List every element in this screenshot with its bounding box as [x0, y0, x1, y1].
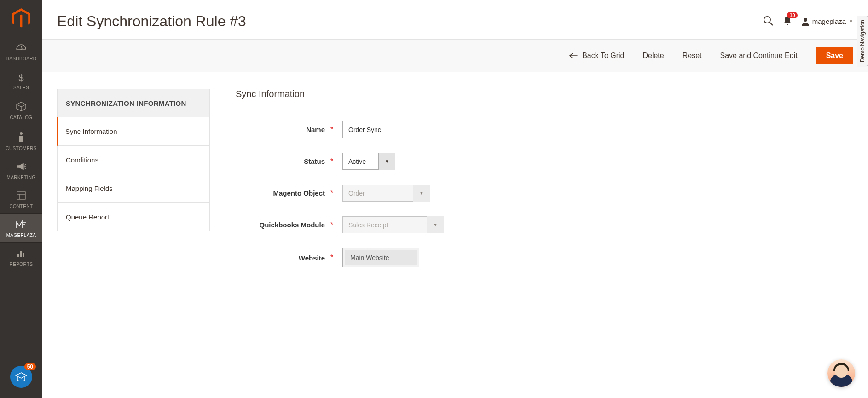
required-marker: * — [330, 189, 336, 197]
quickbooks-module-select: Sales Receipt — [342, 216, 444, 233]
reset-label: Reset — [683, 52, 702, 60]
user-menu[interactable]: mageplaza ▼ — [801, 17, 853, 26]
delete-button[interactable]: Delete — [642, 52, 664, 60]
save-continue-button[interactable]: Save and Continue Edit — [720, 52, 798, 60]
username: mageplaza — [812, 17, 846, 25]
delete-label: Delete — [642, 52, 664, 60]
search-button[interactable] — [763, 15, 774, 28]
magento-logo-icon — [12, 8, 30, 29]
reset-button[interactable]: Reset — [683, 52, 702, 60]
side-tabs-header: SYNCHRONIZATION INFORMATION — [57, 89, 210, 117]
back-label: Back To Grid — [582, 52, 624, 60]
nav-catalog[interactable]: CATALOG — [0, 95, 42, 125]
chevron-down-icon: ▼ — [849, 19, 853, 24]
user-icon — [801, 17, 810, 26]
demo-navigation-tab[interactable]: Demo Navigation — [857, 16, 868, 66]
tab-mapping-fields[interactable]: Mapping Fields — [57, 174, 210, 203]
action-bar: Back To Grid Delete Reset Save and Conti… — [42, 39, 868, 72]
field-row-magento-object: Magento Object * Order — [236, 185, 853, 202]
reports-icon — [2, 249, 41, 260]
website-option: Main Website — [345, 250, 417, 265]
admin-sidebar: DASHBOARD $ SALES CATALOG CUSTOMERS MARK… — [0, 0, 42, 300]
back-to-grid-button[interactable]: Back To Grid — [569, 52, 624, 60]
content-area: SYNCHRONIZATION INFORMATION Sync Informa… — [42, 72, 868, 300]
quickbooks-module-label: Quickbooks Module — [236, 221, 328, 229]
nav-label: CUSTOMERS — [2, 146, 41, 151]
magento-object-label: Magento Object — [236, 189, 328, 197]
section-title: Sync Information — [236, 89, 853, 108]
save-continue-label: Save and Continue Edit — [720, 52, 798, 60]
nav-dashboard[interactable]: DASHBOARD — [0, 37, 42, 66]
nav-label: CATALOG — [2, 115, 41, 120]
side-tabs: SYNCHRONIZATION INFORMATION Sync Informa… — [57, 89, 210, 231]
page-header: Edit Synchronization Rule #3 10 mageplaz… — [42, 0, 868, 39]
nav-sales[interactable]: $ SALES — [0, 66, 42, 95]
quickbooks-module-select-wrap: Sales Receipt — [342, 216, 444, 233]
nav-label: SALES — [2, 85, 41, 90]
nav-label: CONTENT — [2, 204, 41, 209]
svg-point-8 — [764, 17, 770, 23]
svg-rect-7 — [23, 253, 24, 257]
tab-label: Conditions — [66, 156, 98, 164]
tab-label: Mapping Fields — [66, 185, 113, 192]
status-label: Status — [236, 157, 328, 165]
field-row-website: Website * Main Website — [236, 248, 853, 267]
notification-count: 10 — [787, 12, 797, 18]
field-row-quickbooks-module: Quickbooks Module * Sales Receipt — [236, 216, 853, 233]
svg-point-10 — [804, 18, 807, 22]
tab-queue-report[interactable]: Queue Report — [57, 203, 210, 231]
nav-reports[interactable]: REPORTS — [0, 242, 42, 271]
header-tools: 10 mageplaza ▼ — [763, 15, 853, 28]
name-input[interactable] — [342, 121, 623, 138]
nav-label: DASHBOARD — [2, 56, 41, 61]
magento-object-select-wrap: Order — [342, 185, 430, 202]
tab-label: Queue Report — [66, 213, 109, 221]
website-multiselect: Main Website — [342, 248, 419, 267]
save-button[interactable]: Save — [816, 47, 853, 64]
notifications-button[interactable]: 10 — [783, 16, 792, 28]
tab-label: Sync Information — [65, 127, 117, 135]
form-panel: Sync Information Name * Status * Active … — [236, 89, 853, 282]
magento-logo[interactable] — [12, 0, 30, 37]
nav-label: MARKETING — [2, 175, 41, 180]
nav-content[interactable]: CONTENT — [0, 185, 42, 213]
tab-sync-information[interactable]: Sync Information — [57, 117, 210, 146]
svg-point-1 — [20, 132, 23, 135]
required-marker: * — [330, 221, 336, 229]
magento-object-select: Order — [342, 185, 430, 202]
mageplaza-icon — [2, 220, 41, 231]
page-title: Edit Synchronization Rule #3 — [57, 13, 246, 30]
svg-rect-5 — [17, 254, 19, 257]
dashboard-icon — [2, 44, 41, 54]
svg-line-9 — [770, 22, 773, 25]
name-label: Name — [236, 126, 328, 133]
nav-marketing[interactable]: MARKETING — [0, 156, 42, 185]
svg-point-0 — [21, 49, 22, 50]
nav-customers[interactable]: CUSTOMERS — [0, 125, 42, 156]
nav-label: MAGEPLAZA — [2, 233, 41, 238]
nav-mageplaza[interactable]: MAGEPLAZA — [0, 213, 42, 242]
field-row-status: Status * Active — [236, 153, 853, 170]
required-marker: * — [330, 254, 336, 262]
status-select-wrap: Active — [342, 153, 395, 170]
arrow-left-icon — [569, 53, 578, 58]
layout-icon — [2, 191, 41, 202]
person-icon — [2, 132, 41, 144]
dollar-icon: $ — [2, 73, 41, 83]
box-icon — [2, 102, 41, 113]
required-marker: * — [330, 157, 336, 166]
status-select[interactable]: Active — [342, 153, 395, 170]
main-area: Edit Synchronization Rule #3 10 mageplaz… — [42, 0, 868, 300]
svg-rect-6 — [20, 251, 22, 257]
website-label: Website — [236, 254, 328, 262]
field-row-name: Name * — [236, 121, 853, 138]
megaphone-icon — [2, 162, 41, 173]
nav-label: REPORTS — [2, 262, 41, 267]
svg-rect-2 — [17, 192, 25, 199]
required-marker: * — [330, 126, 336, 134]
search-icon — [763, 15, 774, 26]
tab-conditions[interactable]: Conditions — [57, 146, 210, 174]
